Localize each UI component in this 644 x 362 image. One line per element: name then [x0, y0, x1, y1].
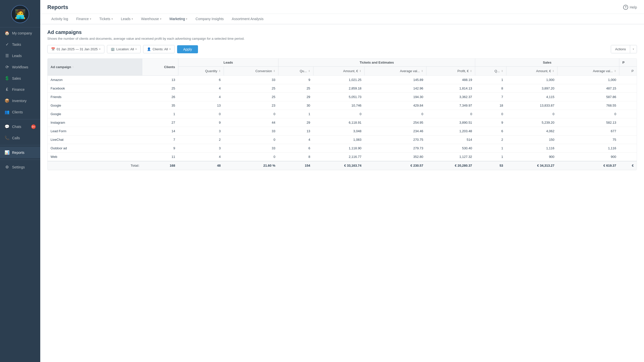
actions-dropdown-button[interactable]: ▾ [630, 46, 637, 53]
col-sub-te-profit[interactable]: Profit, € ⇕ [426, 67, 475, 76]
location-value: Location: All [116, 47, 134, 51]
home-icon: 🏠 [5, 31, 10, 35]
total-clients: 168 [142, 161, 178, 170]
workflows-icon: ⟳ [5, 65, 10, 69]
cell-sales-amount: 0 [506, 110, 557, 118]
clients-filter[interactable]: 👤 Clients: All ▾ [143, 45, 175, 53]
chevron-down-icon: ▾ [186, 17, 187, 21]
sidebar-item-my-company[interactable]: 🏠 My company [0, 27, 40, 39]
sidebar-divider-2 [0, 145, 40, 145]
col-sub-te-amount[interactable]: Amount, € ⇕ [313, 67, 365, 76]
cell-clients: 9 [142, 144, 178, 153]
col-sub-te-avg[interactable]: Average val... ⇕ [365, 67, 426, 76]
tab-finance[interactable]: Finance ▾ [72, 14, 95, 24]
cell-te-qu: 4 [278, 135, 313, 144]
cell-te-profit: 488.19 [426, 76, 475, 84]
cell-campaign: Web [48, 153, 142, 161]
date-range-filter[interactable]: 📅 01 Jan 2025 — 31 Jan 2025 ▾ [47, 45, 104, 53]
sidebar-item-reports[interactable]: 📊 Reports [0, 147, 40, 158]
col-sub-sales-q[interactable]: Q... ⇕ [475, 67, 506, 76]
tab-warehouse[interactable]: Warehouse ▾ [137, 14, 166, 24]
col-sub-leads-conv[interactable]: Conversion ⇕ [224, 67, 278, 76]
content-area: Ad campaigns Shows the number of clients… [40, 24, 644, 362]
tab-activity-log[interactable]: Activity log [47, 14, 72, 24]
cell-campaign: Google [48, 110, 142, 118]
cell-leads-qty: 2 [178, 135, 224, 144]
cell-campaign: Facebook [48, 84, 142, 93]
cell-te-avg: 279.73 [365, 144, 426, 153]
total-te-avg: € 230.57 [365, 161, 426, 170]
sidebar-item-inventory[interactable]: 📦 Inventory [0, 95, 40, 106]
sidebar-item-label: Chats [12, 125, 21, 129]
cell-te-profit: 1,127.32 [426, 153, 475, 161]
chevron-down-icon: ▾ [111, 17, 113, 21]
cell-leads-conv: 0 [224, 153, 278, 161]
sidebar-item-clients[interactable]: 👥 Clients [0, 106, 40, 118]
cell-sales-q: 0 [475, 110, 506, 118]
tab-leads[interactable]: Leads ▾ [117, 14, 137, 24]
cell-p [619, 84, 637, 93]
cell-leads-qty: 9 [178, 118, 224, 127]
sidebar-item-leads[interactable]: ☰ Leads [0, 50, 40, 61]
cell-te-profit: 3,890.51 [426, 118, 475, 127]
sidebar-divider-3 [0, 160, 40, 160]
cell-te-avg: 194.30 [365, 93, 426, 101]
sidebar-item-label: Workflows [12, 65, 28, 69]
sidebar-item-workflows[interactable]: ⟳ Workflows [0, 61, 40, 73]
calendar-icon: 📅 [51, 47, 55, 51]
tab-assortment-analysis[interactable]: Assortment Analysis [228, 14, 267, 24]
cell-te-profit: 7,349.97 [426, 101, 475, 110]
actions-button-group: Actions ▾ [611, 45, 637, 53]
location-filter[interactable]: 🏢 Location: All ▾ [107, 45, 141, 53]
col-header-campaign[interactable]: Ad campaign ↑ [48, 59, 142, 76]
sidebar-item-label: Calls [12, 136, 20, 140]
sidebar-nav: 🏠 My company ✓ Tasks ☰ Leads ⟳ Workflows… [0, 27, 40, 362]
col-sub-sales-amount[interactable]: Amount, € ⇕ [506, 67, 557, 76]
inventory-icon: 📦 [5, 98, 10, 103]
cell-te-amount: 1,021.25 [313, 76, 365, 84]
help-button[interactable]: ? Help [623, 5, 637, 10]
cell-clients: 11 [142, 153, 178, 161]
cell-te-amount: 1,118.90 [313, 144, 365, 153]
total-sales-avg: € 619.37 [557, 161, 619, 170]
cell-campaign: Outdoor ad [48, 144, 142, 153]
total-te-qu: 154 [278, 161, 313, 170]
col-sub-te-qu[interactable]: Qu... ⇕ [278, 67, 313, 76]
sidebar-item-calls[interactable]: 📞 Calls [0, 132, 40, 144]
cell-sales-avg: 900 [557, 153, 619, 161]
sidebar-item-label: Settings [12, 165, 25, 169]
cell-sales-q: 1 [475, 76, 506, 84]
apply-button[interactable]: Apply [177, 45, 198, 53]
cell-te-qu: 8 [278, 153, 313, 161]
tab-tickets[interactable]: Tickets ▾ [95, 14, 117, 24]
tab-marketing[interactable]: Marketing ▾ [166, 14, 191, 24]
cell-sales-amount: 150 [506, 135, 557, 144]
cell-clients: 27 [142, 118, 178, 127]
cell-te-amount: 2,116.77 [313, 153, 365, 161]
cell-te-profit: 3,362.37 [426, 93, 475, 101]
cell-clients: 14 [142, 127, 178, 135]
sidebar-item-finance[interactable]: ₤ Finance [0, 84, 40, 95]
sidebar-item-chats[interactable]: 💬 Chats 9+ [0, 121, 40, 132]
cell-te-profit: 514 [426, 135, 475, 144]
sidebar-item-settings[interactable]: ⚙ Settings [0, 161, 40, 173]
col-sub-leads-qty[interactable]: Quantity ⇕ [178, 67, 224, 76]
sort-icon: ↑ [72, 66, 74, 68]
avatar[interactable]: 🧑‍💻 [11, 5, 29, 23]
total-leads-qty: 48 [178, 161, 224, 170]
calls-icon: 📞 [5, 135, 10, 140]
tab-company-insights[interactable]: Company Insights [191, 14, 228, 24]
sidebar-item-sales[interactable]: 💲 Sales [0, 73, 40, 84]
sidebar-item-label: Reports [12, 151, 24, 155]
sidebar-avatar-section: 🧑‍💻 [0, 0, 40, 27]
cell-p [619, 93, 637, 101]
col-sub-sales-avg[interactable]: Average val... ⇕ [557, 67, 619, 76]
cell-sales-avg: 677 [557, 127, 619, 135]
sidebar-item-tasks[interactable]: ✓ Tasks [0, 39, 40, 50]
cell-sales-amount: 4,062 [506, 127, 557, 135]
sort-campaign[interactable]: Ad campaign ↑ [51, 65, 74, 69]
clients-value: Clients: All [152, 47, 168, 51]
cell-te-avg: 142.96 [365, 84, 426, 93]
actions-main-button[interactable]: Actions [611, 45, 630, 53]
total-te-profit: € 20,280.37 [426, 161, 475, 170]
